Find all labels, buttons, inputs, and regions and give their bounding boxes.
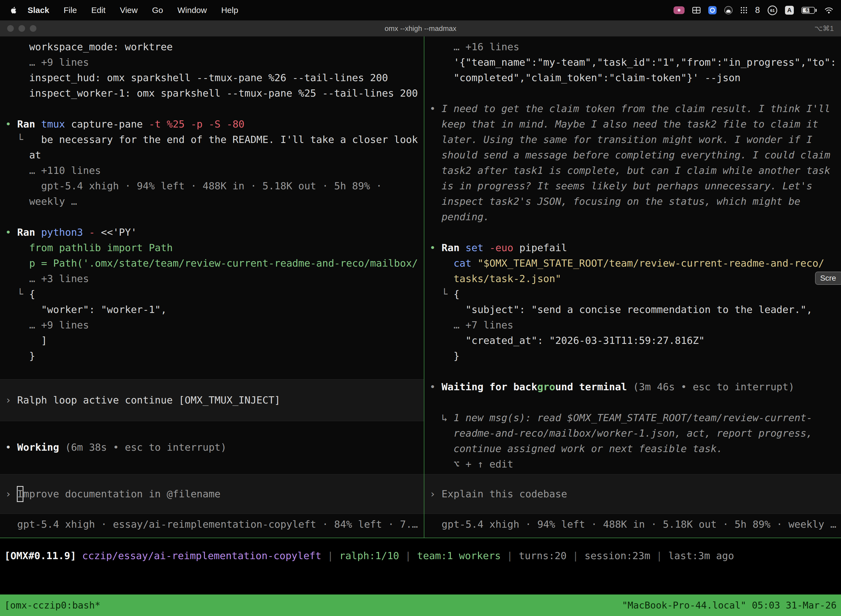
terminal-line	[5, 101, 424, 116]
terminal-line: task2 after task1 is complete, but can I…	[429, 163, 841, 178]
battery-nub	[815, 9, 817, 12]
terminal-line: weekly …	[5, 194, 424, 209]
screen-recording-indicator-icon[interactable]	[674, 6, 684, 14]
terminal-line: inspect_worker-1: omx sparkshell --tmux-…	[5, 85, 424, 101]
terminal-line: later. Using the same for transition mig…	[429, 132, 841, 147]
ghost-glyph-icon	[726, 10, 731, 13]
window-title: omx --xhigh --madmax	[385, 24, 456, 33]
terminal-line	[5, 364, 424, 379]
terminal-line: ]	[5, 333, 424, 348]
stats-icon[interactable]: 8	[755, 5, 760, 15]
screen-tooltip: Scre	[815, 271, 841, 285]
terminal-line: "completed","claim_token":"claim-token"}…	[429, 70, 841, 85]
terminal: workspace_mode: worktree … +9 lines insp…	[0, 37, 841, 538]
tmux-session-name: [omx-cczip0:bash*	[4, 600, 100, 611]
terminal-line: p = Path('.omx/state/team/review-current…	[5, 255, 424, 271]
terminal-line: … +7 lines	[429, 317, 841, 333]
text-cursor: I	[17, 486, 23, 502]
prompt-chevron: ›	[5, 486, 17, 502]
battery-body: 61	[801, 7, 815, 14]
left-pane-usage-line: gpt-5.4 xhigh · essay/ai-reimplementatio…	[5, 517, 424, 532]
grid-icon[interactable]	[692, 7, 700, 13]
battery-percent-value: 61	[806, 7, 811, 13]
terminal-line: "subject": "send a concise recommendatio…	[429, 302, 841, 317]
terminal-line: at	[5, 147, 424, 163]
terminal-line: … +110 lines	[5, 163, 424, 178]
terminal-line: }	[429, 348, 841, 364]
explain-codebase-text: › Explain this codebase	[429, 486, 567, 502]
working-status-line: • Working (6m 38s • esc to interrupt)	[5, 440, 424, 455]
menu-item-window[interactable]: Window	[170, 6, 214, 15]
terminal-line: • Ran python3 - <<'PY'	[5, 224, 424, 240]
terminal-line: … +9 lines	[5, 317, 424, 333]
minimize-button[interactable]	[19, 25, 25, 32]
terminal-line: pending.	[429, 209, 841, 224]
terminal-line: keep that in mind. Maybe I also need the…	[429, 116, 841, 132]
terminal-line	[429, 364, 841, 379]
dots-grid-icon[interactable]	[740, 7, 747, 14]
zoom-button[interactable]	[30, 25, 37, 32]
terminal-line: ↳ 1 new msg(s): read $OMX_TEAM_STATE_ROO…	[429, 410, 841, 425]
tmux-host-clock: "MacBook-Pro-44.local" 05:03 31-Mar-26	[622, 600, 837, 611]
prompt-placeholder: mprove documentation in @filename	[23, 486, 220, 502]
terminal-line: inspect task2's JSON, focusing on the st…	[429, 194, 841, 209]
left-terminal-pane[interactable]: workspace_mode: worktree … +9 lines insp…	[0, 37, 424, 538]
window-shortcut: ⌥⌘1	[815, 24, 834, 33]
terminal-line	[5, 209, 424, 224]
left-pane-output: workspace_mode: worktree … +9 lines insp…	[5, 39, 424, 379]
menu-item-view[interactable]: View	[113, 6, 145, 15]
terminal-line: "created_at": "2026-03-31T11:59:27.816Z"	[429, 333, 841, 348]
circle-percent-value: 61	[770, 8, 775, 13]
terminal-line: cat "$OMX_TEAM_STATE_ROOT/team/review-cu…	[429, 255, 841, 271]
terminal-line: • Ran tmux capture-pane -t %25 -p -S -80	[5, 116, 424, 132]
traffic-lights	[7, 25, 37, 32]
record-dot-icon	[678, 9, 680, 12]
menu-item-edit[interactable]: Edit	[84, 6, 113, 15]
terminal-line: └ be necessary for the end of the README…	[5, 132, 424, 147]
blue-app-icon[interactable]	[708, 6, 716, 14]
terminal-line: └ {	[5, 286, 424, 302]
explain-codebase-input[interactable]: › Explain this codebase	[424, 474, 841, 514]
battery-percent-circle-icon[interactable]: 61	[768, 6, 777, 15]
battery-icon[interactable]: 61	[801, 7, 817, 14]
terminal-line: … +16 lines	[429, 39, 841, 55]
terminal-line: • Ran set -euo pipefail	[429, 240, 841, 255]
right-pane-output: … +16 lines '{"team_name":"my-team","tas…	[429, 39, 841, 472]
tmux-status-bar: [omx-cczip0:bash* "MacBook-Pro-44.local"…	[0, 594, 841, 616]
terminal-line: "worker": "worker-1",	[5, 302, 424, 317]
omx-status-line: [OMX#0.11.9] cczip/essay/ai-reimplementa…	[4, 548, 734, 563]
close-button[interactable]	[7, 25, 14, 32]
menubar: SlackFileEditViewGoWindowHelp 8 61 A 61	[0, 0, 841, 21]
terminal-line: continue assigned work or next feasible …	[429, 441, 841, 456]
window-titlebar[interactable]: omx --xhigh --madmax ⌥⌘1	[0, 21, 841, 37]
terminal-line: should send a message before completing …	[429, 147, 841, 163]
terminal-line: inspect_hud: omx sparkshell --tmux-pane …	[5, 70, 424, 85]
input-source-icon[interactable]: A	[785, 6, 794, 15]
apple-menu-icon[interactable]	[10, 6, 16, 14]
ralph-loop-input[interactable]: › Ralph loop active continue [OMX_TMUX_I…	[0, 379, 424, 421]
menu-item-slack[interactable]: Slack	[21, 6, 56, 15]
ralph-loop-text: › Ralph loop active continue [OMX_TMUX_I…	[5, 392, 280, 408]
terminal-line: ⌥ + ↑ edit	[429, 456, 841, 472]
terminal-line: • Waiting for background terminal (3m 46…	[429, 379, 841, 395]
right-terminal-pane[interactable]: … +16 lines '{"team_name":"my-team","tas…	[424, 37, 841, 538]
terminal-line: • I need to get the claim token from the…	[429, 101, 841, 116]
prompt-input[interactable]: › Improve documentation in @filename	[0, 474, 424, 514]
dark-app-icon[interactable]	[724, 6, 733, 14]
wifi-icon[interactable]	[825, 7, 833, 14]
menu-item-file[interactable]: File	[56, 6, 84, 15]
terminal-line: '{"team_name":"my-team","task_id":"1","f…	[429, 55, 841, 70]
terminal-line: gpt-5.4 xhigh · 94% left · 488K in · 5.1…	[5, 178, 424, 194]
terminal-line: }	[5, 348, 424, 364]
terminal-line	[429, 395, 841, 410]
terminal-line: from pathlib import Path	[5, 240, 424, 255]
menu-item-help[interactable]: Help	[214, 6, 246, 15]
right-pane-usage-line: gpt-5.4 xhigh · 94% left · 488K in · 5.1…	[429, 517, 841, 532]
menu-item-go[interactable]: Go	[145, 6, 170, 15]
terminal-line: tasks/task-2.json"	[429, 271, 841, 286]
menubar-menus: SlackFileEditViewGoWindowHelp	[8, 6, 245, 15]
menubar-status-icons: 8 61 A 61	[674, 5, 833, 15]
terminal-line: workspace_mode: worktree	[5, 39, 424, 55]
terminal-line: … +9 lines	[5, 55, 424, 70]
terminal-line	[429, 85, 841, 101]
